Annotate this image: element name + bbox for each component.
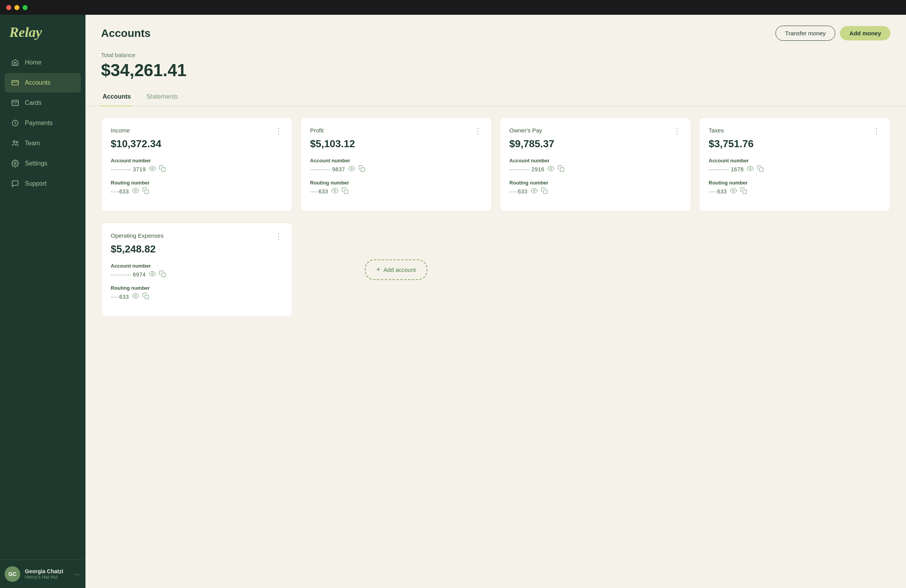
sidebar-user-info: Georgia Chatzi Henry's Hat Hut [25, 568, 63, 580]
copy-icon[interactable] [142, 292, 149, 301]
card-amount: $10,372.34 [111, 138, 283, 150]
svg-rect-0 [12, 80, 19, 85]
sidebar-more-icon[interactable]: ··· [74, 570, 81, 579]
account-number-value: ············ 1678 [709, 166, 744, 172]
balance-section: Total balance $34,261.41 [85, 41, 906, 88]
account-number-value: ············ 2916 [509, 166, 544, 172]
copy-icon[interactable] [142, 187, 149, 196]
routing-number-value: ·····633 [310, 188, 328, 195]
routing-number-label: Routing number [111, 180, 283, 186]
svg-point-14 [550, 168, 552, 170]
copy-icon[interactable] [541, 187, 548, 196]
routing-number-value: ·····633 [709, 188, 727, 195]
account-number-value: ············ 3719 [111, 166, 146, 172]
eye-icon[interactable] [547, 165, 554, 174]
sidebar-item-support[interactable]: Support [5, 174, 81, 193]
sidebar-item-payments[interactable]: Payments [5, 113, 81, 133]
account-card: Owner's Pay ⋮ $9,785.37 Account number ·… [500, 117, 691, 212]
copy-icon[interactable] [740, 187, 747, 196]
copy-icon[interactable] [558, 165, 565, 174]
settings-icon [11, 159, 19, 168]
sidebar-item-cards[interactable]: Cards [5, 93, 81, 113]
add-account-button[interactable]: + Add account [365, 259, 428, 280]
sidebar-item-settings[interactable]: Settings [5, 154, 81, 173]
sidebar-item-team-label: Team [25, 140, 40, 147]
copy-icon[interactable] [757, 165, 764, 174]
routing-number-value: ·····633 [111, 294, 129, 300]
svg-rect-19 [760, 168, 763, 172]
svg-point-22 [152, 273, 153, 275]
eye-icon[interactable] [149, 270, 156, 279]
svg-rect-7 [162, 168, 166, 172]
maximize-button[interactable] [23, 5, 28, 10]
routing-number-row: ·····633 [111, 187, 283, 196]
tab-accounts[interactable]: Accounts [101, 88, 132, 106]
sidebar-item-team[interactable]: Team [5, 134, 81, 153]
copy-icon[interactable] [358, 165, 365, 174]
card-menu-icon[interactable]: ⋮ [275, 127, 283, 135]
copy-icon[interactable] [341, 187, 348, 196]
eye-icon[interactable] [531, 187, 538, 196]
card-amount: $9,785.37 [509, 138, 681, 150]
svg-rect-1 [12, 100, 19, 105]
eye-icon[interactable] [149, 165, 156, 174]
sidebar-item-home[interactable]: Home [5, 53, 81, 72]
sidebar-item-support-label: Support [25, 180, 47, 187]
close-button[interactable] [6, 5, 11, 10]
svg-point-10 [351, 168, 353, 170]
routing-number-value: ·····633 [509, 188, 528, 195]
routing-number-row: ·····633 [310, 187, 482, 196]
empty-slot-3 [500, 223, 691, 317]
sidebar-item-home-label: Home [25, 59, 42, 66]
copy-icon[interactable] [159, 165, 166, 174]
eye-icon[interactable] [331, 187, 338, 196]
payments-icon [11, 119, 19, 127]
transfer-money-button[interactable]: Transfer money [775, 26, 835, 41]
team-icon [11, 139, 19, 148]
sidebar-item-accounts[interactable]: Accounts [5, 73, 81, 92]
svg-point-12 [334, 190, 336, 192]
eye-icon[interactable] [132, 292, 139, 301]
sidebar-item-cards-label: Cards [25, 99, 42, 106]
eye-icon[interactable] [132, 187, 139, 196]
accounts-grid-row1: Income ⋮ $10,372.34 Account number ·····… [85, 106, 906, 223]
sidebar-item-accounts-label: Accounts [25, 79, 51, 86]
sidebar-item-payments-label: Payments [25, 120, 52, 127]
routing-number-row: ·····633 [709, 187, 881, 196]
sidebar-footer[interactable]: GC Georgia Chatzi Henry's Hat Hut ··· [0, 560, 85, 588]
card-name: Owner's Pay [509, 127, 542, 134]
header-actions: Transfer money Add money [775, 26, 890, 41]
main-content: Accounts Transfer money Add money Total … [85, 0, 906, 588]
svg-rect-11 [361, 168, 365, 172]
card-name: Taxes [709, 127, 724, 134]
sidebar: Relay Home Accounts [0, 0, 85, 588]
add-account-label: Add account [383, 266, 416, 273]
card-menu-icon[interactable]: ⋮ [275, 232, 283, 240]
account-number-label: Account number [111, 158, 283, 164]
main-header: Accounts Transfer money Add money [85, 15, 906, 41]
card-name: Income [111, 127, 130, 134]
sidebar-user-name: Georgia Chatzi [25, 568, 63, 574]
account-number-value: ············ 9837 [310, 166, 345, 172]
minimize-button[interactable] [14, 5, 19, 10]
card-menu-icon[interactable]: ⋮ [673, 127, 681, 135]
accounts-icon [11, 78, 19, 87]
eye-icon[interactable] [348, 165, 355, 174]
tab-statements[interactable]: Statements [145, 88, 179, 106]
eye-icon[interactable] [730, 187, 737, 196]
add-money-button[interactable]: Add money [840, 26, 890, 40]
routing-number-label: Routing number [310, 180, 482, 186]
account-number-label: Account number [709, 158, 881, 164]
card-menu-icon[interactable]: ⋮ [873, 127, 881, 135]
empty-slot-4 [699, 223, 890, 317]
copy-icon[interactable] [159, 270, 166, 279]
avatar: GC [5, 566, 20, 582]
svg-point-16 [533, 190, 535, 192]
eye-icon[interactable] [747, 165, 754, 174]
sidebar-item-settings-label: Settings [25, 160, 47, 167]
routing-number-value: ·····633 [111, 188, 129, 195]
routing-number-label: Routing number [509, 180, 681, 186]
card-menu-icon[interactable]: ⋮ [474, 127, 482, 135]
svg-point-5 [14, 163, 16, 165]
account-card: Operating Expenses ⋮ $5,248.82 Account n… [101, 223, 293, 317]
